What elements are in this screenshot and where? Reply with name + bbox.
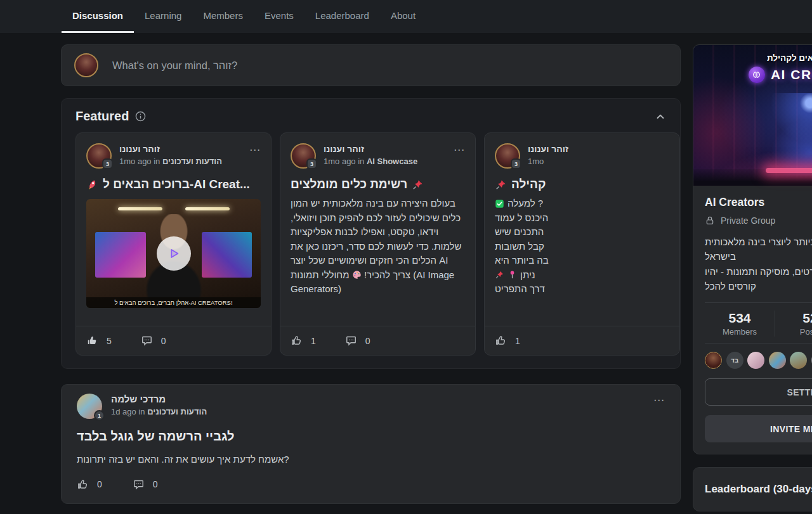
pushpin-emoji-icon: [412, 179, 424, 191]
group-name: AI Creators: [705, 196, 812, 209]
category-link[interactable]: AI Showcase: [367, 157, 417, 166]
avatar[interactable]: 3: [86, 143, 112, 169]
post-meta: 1mo ago in הודעות ועדכונים: [119, 157, 222, 166]
post-card[interactable]: 1 מרדכי שלמה 1d ago in הודעות ועדכונים ⋯…: [61, 384, 681, 504]
post-meta: 1d ago in הודעות ועדכונים: [111, 407, 207, 416]
pushpin-emoji-icon: [495, 270, 504, 279]
level-badge: 3: [102, 158, 113, 169]
tab-members[interactable]: Members: [192, 0, 254, 33]
divider: [705, 343, 812, 344]
member-avatar[interactable]: בד: [726, 352, 743, 369]
author-name[interactable]: זוהר וענונו: [324, 144, 364, 154]
like-button[interactable]: 1: [495, 335, 520, 347]
tab-learning[interactable]: Learning: [134, 0, 192, 33]
featured-title: Featured: [75, 109, 129, 124]
comment-count: 0: [161, 336, 166, 346]
like-button[interactable]: 0: [77, 479, 102, 491]
kebab-menu-icon[interactable]: ⋯: [653, 394, 665, 406]
author-name[interactable]: זוהר וענונו: [119, 144, 160, 154]
tab-about[interactable]: About: [380, 0, 426, 33]
comment-count: 0: [365, 336, 370, 346]
feed-column: What's on your mind, זוהר? Featured 3 זו…: [61, 44, 681, 504]
rocket-emoji-icon: [86, 179, 98, 191]
post-title[interactable]: ברוכים הבאים ל-AI Creat...: [86, 177, 261, 191]
level-badge: 1: [94, 410, 105, 421]
composer-placeholder: What's on your mind, זוהר?: [112, 60, 237, 72]
lock-icon: [705, 215, 715, 226]
kebab-menu-icon[interactable]: ⋯: [249, 143, 261, 155]
comment-button[interactable]: 0: [345, 335, 370, 347]
post-meta: 1mo: [528, 157, 568, 166]
avatar[interactable]: 3: [495, 143, 520, 169]
play-button-icon[interactable]: [157, 236, 191, 271]
thumbs-up-icon: [495, 335, 507, 347]
tab-discussion[interactable]: Discussion: [62, 0, 134, 33]
group-description: הקהילה המקצועית ביותר ליוצרי בינה מלאכות…: [705, 235, 812, 293]
chevron-up-icon[interactable]: [655, 111, 666, 122]
like-count: 1: [311, 336, 316, 346]
like-button[interactable]: 1: [291, 335, 316, 347]
category-link[interactable]: הודעות ועדכונים: [162, 157, 222, 166]
banner-logo-text: AI CREATORS: [771, 67, 812, 82]
check-emoji-icon: [495, 199, 504, 209]
invite-members-button[interactable]: INVITE MEMBERS: [705, 415, 812, 442]
comment-button[interactable]: 0: [133, 479, 158, 491]
like-count: 5: [107, 336, 112, 346]
author-name[interactable]: מרדכי שלמה: [111, 394, 166, 404]
like-count: 1: [515, 336, 520, 346]
member-avatar[interactable]: [790, 352, 807, 369]
featured-carousel: 3 זוהר וענונו 1mo ago in הודעות ועדכונים…: [75, 132, 680, 356]
leaderboard-title: Leaderboard (30-days): [705, 483, 812, 496]
tab-leaderboard[interactable]: Leaderboard: [304, 0, 380, 33]
member-avatar[interactable]: [769, 352, 786, 369]
banner-welcome-text: ברוכים הבאים לקהילת: [693, 53, 812, 63]
privacy-label: Private Group: [721, 215, 775, 226]
banner-keyboard-glow: [766, 168, 812, 173]
comment-icon: [141, 335, 153, 347]
group-sidebar: ברוכים הבאים לקהילת AI CREATORS AI Creat…: [693, 44, 812, 511]
post-title[interactable]: קהילה: [495, 177, 669, 191]
level-badge: 3: [511, 158, 521, 169]
comment-count: 0: [153, 479, 158, 489]
category-link[interactable]: הודעות ועדכונים: [147, 407, 207, 416]
studio-light: [118, 207, 162, 210]
member-avatar[interactable]: [747, 352, 764, 369]
featured-card-welcome[interactable]: 3 זוהר וענונו 1mo ago in הודעות ועדכונים…: [75, 132, 272, 356]
post-title[interactable]: לגביי הרשמה של גוגל בלבד: [77, 429, 665, 444]
thumbs-up-icon: [77, 479, 89, 491]
level-badge: 3: [306, 158, 317, 169]
thumbs-up-icon: [291, 335, 303, 347]
top-nav: Discussion Learning Members Events Leade…: [0, 0, 812, 33]
like-button[interactable]: 5: [86, 335, 112, 347]
featured-card-community[interactable]: 3 זוהר וענונו 1mo קהילה למעלה ? היכנס ל …: [484, 132, 680, 356]
featured-section: Featured 3 זוהר וענונו 1mo ago in הודעות…: [61, 98, 681, 369]
video-thumbnail[interactable]: אהלן חברים, ברוכים הבאים ל-AI CREATORS!: [86, 199, 261, 308]
post-composer[interactable]: What's on your mind, זוהר?: [61, 44, 681, 86]
group-stats: 534 Members 52 Posts 1 Admin: [705, 303, 812, 343]
group-banner-image: ברוכים הבאים לקהילת AI CREATORS: [693, 45, 812, 186]
avatar: [74, 53, 98, 77]
studio-light: [185, 207, 230, 210]
comment-button[interactable]: 0: [141, 335, 166, 347]
settings-button[interactable]: SETTINGS: [705, 378, 812, 406]
avatar[interactable]: 3: [291, 143, 316, 169]
featured-card-tools[interactable]: 3 זוהר וענונו 1mo ago in AI Showcase ⋯ ר…: [280, 132, 476, 356]
author-name[interactable]: זוהר וענונו: [528, 144, 568, 154]
thumbs-up-filled-icon: [86, 335, 98, 347]
post-title[interactable]: רשימת כלים מומלצים: [291, 177, 465, 191]
info-icon[interactable]: [135, 111, 146, 122]
palette-emoji-icon: [352, 270, 362, 279]
post-body: אשמח לדעת איך עושים את זה. והאם יש בזה י…: [77, 453, 665, 467]
post-body: בעולם היצירה עם בינה מלאכותית יש המון כל…: [291, 196, 465, 297]
avatar[interactable]: 1: [77, 394, 102, 419]
kebab-menu-icon[interactable]: ⋯: [454, 143, 465, 155]
stat-members[interactable]: 534 Members: [705, 311, 775, 337]
stat-posts[interactable]: 52 Posts: [775, 311, 812, 337]
member-avatars-row: בד ש: [705, 352, 812, 369]
tab-events[interactable]: Events: [254, 0, 304, 33]
video-caption: אהלן חברים, ברוכים הבאים ל-AI CREATORS!: [86, 297, 261, 308]
pushpin-emoji-icon: [495, 179, 507, 191]
round-pin-emoji-icon: [508, 270, 517, 279]
comment-icon: [345, 335, 357, 347]
member-avatar[interactable]: [705, 352, 722, 369]
